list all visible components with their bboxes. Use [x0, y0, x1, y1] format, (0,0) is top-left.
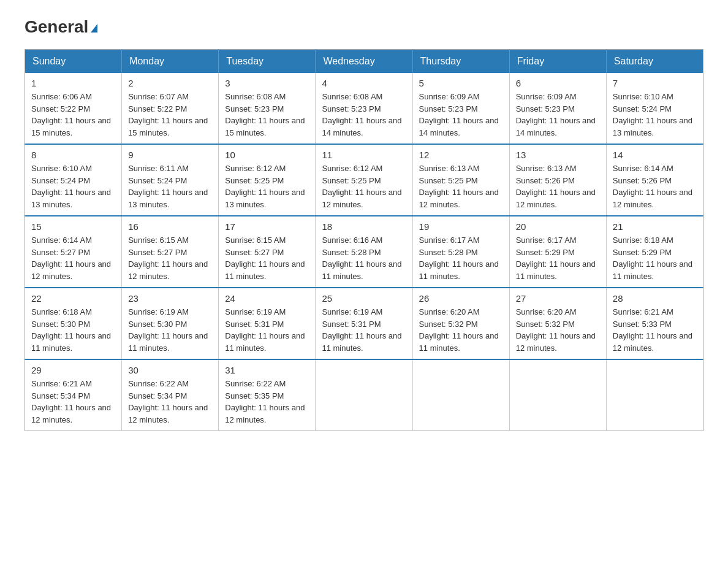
calendar-cell: [509, 359, 606, 431]
calendar-cell: 13 Sunrise: 6:13 AM Sunset: 5:26 PM Dayl…: [509, 144, 606, 216]
day-number: 9: [128, 150, 212, 160]
page-header: General: [25, 18, 703, 37]
calendar-cell: 19 Sunrise: 6:17 AM Sunset: 5:28 PM Dayl…: [412, 216, 509, 288]
calendar-week-row: 22 Sunrise: 6:18 AM Sunset: 5:30 PM Dayl…: [25, 288, 703, 359]
calendar-cell: 3 Sunrise: 6:08 AM Sunset: 5:23 PM Dayli…: [219, 73, 316, 144]
calendar-header-row: SundayMondayTuesdayWednesdayThursdayFrid…: [25, 50, 703, 74]
day-info: Sunrise: 6:14 AM Sunset: 5:27 PM Dayligh…: [31, 234, 115, 282]
day-number: 13: [516, 150, 600, 160]
calendar-cell: 4 Sunrise: 6:08 AM Sunset: 5:23 PM Dayli…: [316, 73, 412, 144]
day-info: Sunrise: 6:17 AM Sunset: 5:29 PM Dayligh…: [516, 234, 600, 282]
day-number: 17: [225, 221, 309, 232]
day-number: 8: [31, 150, 115, 160]
day-info: Sunrise: 6:07 AM Sunset: 5:22 PM Dayligh…: [128, 91, 212, 139]
calendar-week-row: 1 Sunrise: 6:06 AM Sunset: 5:22 PM Dayli…: [25, 73, 703, 144]
day-header-tuesday: Tuesday: [219, 50, 316, 74]
calendar-cell: 5 Sunrise: 6:09 AM Sunset: 5:23 PM Dayli…: [412, 73, 509, 144]
calendar-cell: 11 Sunrise: 6:12 AM Sunset: 5:25 PM Dayl…: [316, 144, 412, 216]
day-info: Sunrise: 6:11 AM Sunset: 5:24 PM Dayligh…: [128, 163, 212, 210]
day-number: 1: [31, 78, 115, 88]
day-info: Sunrise: 6:22 AM Sunset: 5:34 PM Dayligh…: [128, 378, 212, 426]
calendar-cell: 30 Sunrise: 6:22 AM Sunset: 5:34 PM Dayl…: [122, 359, 219, 431]
day-number: 4: [322, 78, 406, 88]
day-info: Sunrise: 6:09 AM Sunset: 5:23 PM Dayligh…: [419, 91, 503, 139]
calendar-cell: 21 Sunrise: 6:18 AM Sunset: 5:29 PM Dayl…: [606, 216, 703, 288]
day-info: Sunrise: 6:13 AM Sunset: 5:25 PM Dayligh…: [419, 163, 503, 210]
day-info: Sunrise: 6:20 AM Sunset: 5:32 PM Dayligh…: [419, 306, 503, 354]
calendar-cell: 31 Sunrise: 6:22 AM Sunset: 5:35 PM Dayl…: [219, 359, 316, 431]
day-info: Sunrise: 6:19 AM Sunset: 5:30 PM Dayligh…: [128, 306, 212, 354]
day-info: Sunrise: 6:06 AM Sunset: 5:22 PM Dayligh…: [31, 91, 115, 139]
day-info: Sunrise: 6:10 AM Sunset: 5:24 PM Dayligh…: [613, 91, 697, 139]
day-info: Sunrise: 6:14 AM Sunset: 5:26 PM Dayligh…: [613, 163, 697, 210]
day-number: 3: [225, 78, 309, 88]
calendar-week-row: 8 Sunrise: 6:10 AM Sunset: 5:24 PM Dayli…: [25, 144, 703, 216]
day-number: 26: [419, 293, 503, 304]
day-number: 6: [516, 78, 600, 88]
day-number: 2: [128, 78, 212, 88]
day-number: 24: [225, 293, 309, 304]
day-info: Sunrise: 6:08 AM Sunset: 5:23 PM Dayligh…: [322, 91, 406, 139]
calendar-cell: 1 Sunrise: 6:06 AM Sunset: 5:22 PM Dayli…: [25, 73, 122, 144]
day-header-saturday: Saturday: [606, 50, 703, 74]
calendar-cell: 17 Sunrise: 6:15 AM Sunset: 5:27 PM Dayl…: [219, 216, 316, 288]
day-info: Sunrise: 6:15 AM Sunset: 5:27 PM Dayligh…: [128, 234, 212, 282]
day-info: Sunrise: 6:15 AM Sunset: 5:27 PM Dayligh…: [225, 234, 309, 282]
day-info: Sunrise: 6:21 AM Sunset: 5:33 PM Dayligh…: [613, 306, 697, 354]
logo: General: [25, 18, 97, 37]
day-number: 15: [31, 221, 115, 232]
calendar-cell: 25 Sunrise: 6:19 AM Sunset: 5:31 PM Dayl…: [316, 288, 412, 359]
day-header-sunday: Sunday: [25, 50, 122, 74]
calendar-cell: 27 Sunrise: 6:20 AM Sunset: 5:32 PM Dayl…: [509, 288, 606, 359]
day-number: 25: [322, 293, 406, 304]
calendar-cell: 6 Sunrise: 6:09 AM Sunset: 5:23 PM Dayli…: [509, 73, 606, 144]
calendar-week-row: 15 Sunrise: 6:14 AM Sunset: 5:27 PM Dayl…: [25, 216, 703, 288]
calendar-cell: 23 Sunrise: 6:19 AM Sunset: 5:30 PM Dayl…: [122, 288, 219, 359]
calendar-cell: 15 Sunrise: 6:14 AM Sunset: 5:27 PM Dayl…: [25, 216, 122, 288]
calendar-cell: 28 Sunrise: 6:21 AM Sunset: 5:33 PM Dayl…: [606, 288, 703, 359]
calendar-cell: [606, 359, 703, 431]
calendar-cell: [412, 359, 509, 431]
day-info: Sunrise: 6:20 AM Sunset: 5:32 PM Dayligh…: [516, 306, 600, 354]
calendar-cell: 12 Sunrise: 6:13 AM Sunset: 5:25 PM Dayl…: [412, 144, 509, 216]
calendar-cell: 22 Sunrise: 6:18 AM Sunset: 5:30 PM Dayl…: [25, 288, 122, 359]
day-info: Sunrise: 6:18 AM Sunset: 5:30 PM Dayligh…: [31, 306, 115, 354]
calendar-week-row: 29 Sunrise: 6:21 AM Sunset: 5:34 PM Dayl…: [25, 359, 703, 431]
day-number: 19: [419, 221, 503, 232]
calendar-cell: 14 Sunrise: 6:14 AM Sunset: 5:26 PM Dayl…: [606, 144, 703, 216]
day-info: Sunrise: 6:19 AM Sunset: 5:31 PM Dayligh…: [322, 306, 406, 354]
day-header-wednesday: Wednesday: [316, 50, 412, 74]
calendar-cell: 18 Sunrise: 6:16 AM Sunset: 5:28 PM Dayl…: [316, 216, 412, 288]
day-header-friday: Friday: [509, 50, 606, 74]
day-number: 21: [613, 221, 697, 232]
day-info: Sunrise: 6:22 AM Sunset: 5:35 PM Dayligh…: [225, 378, 309, 426]
day-number: 27: [516, 293, 600, 304]
day-info: Sunrise: 6:21 AM Sunset: 5:34 PM Dayligh…: [31, 378, 115, 426]
calendar-table: SundayMondayTuesdayWednesdayThursdayFrid…: [25, 49, 703, 431]
day-info: Sunrise: 6:19 AM Sunset: 5:31 PM Dayligh…: [225, 306, 309, 354]
calendar-cell: [316, 359, 412, 431]
day-number: 23: [128, 293, 212, 304]
calendar-cell: 26 Sunrise: 6:20 AM Sunset: 5:32 PM Dayl…: [412, 288, 509, 359]
day-number: 14: [613, 150, 697, 160]
calendar-cell: 24 Sunrise: 6:19 AM Sunset: 5:31 PM Dayl…: [219, 288, 316, 359]
day-number: 18: [322, 221, 406, 232]
day-header-monday: Monday: [122, 50, 219, 74]
day-number: 11: [322, 150, 406, 160]
day-number: 30: [128, 365, 212, 375]
calendar-cell: 20 Sunrise: 6:17 AM Sunset: 5:29 PM Dayl…: [509, 216, 606, 288]
day-number: 29: [31, 365, 115, 375]
day-info: Sunrise: 6:12 AM Sunset: 5:25 PM Dayligh…: [322, 163, 406, 210]
day-info: Sunrise: 6:12 AM Sunset: 5:25 PM Dayligh…: [225, 163, 309, 210]
calendar-cell: 7 Sunrise: 6:10 AM Sunset: 5:24 PM Dayli…: [606, 73, 703, 144]
day-info: Sunrise: 6:08 AM Sunset: 5:23 PM Dayligh…: [225, 91, 309, 139]
day-number: 28: [613, 293, 697, 304]
logo-text: General: [25, 18, 97, 36]
calendar-cell: 10 Sunrise: 6:12 AM Sunset: 5:25 PM Dayl…: [219, 144, 316, 216]
calendar-cell: 16 Sunrise: 6:15 AM Sunset: 5:27 PM Dayl…: [122, 216, 219, 288]
calendar-cell: 8 Sunrise: 6:10 AM Sunset: 5:24 PM Dayli…: [25, 144, 122, 216]
day-info: Sunrise: 6:16 AM Sunset: 5:28 PM Dayligh…: [322, 234, 406, 282]
day-number: 20: [516, 221, 600, 232]
day-number: 10: [225, 150, 309, 160]
day-info: Sunrise: 6:18 AM Sunset: 5:29 PM Dayligh…: [613, 234, 697, 282]
